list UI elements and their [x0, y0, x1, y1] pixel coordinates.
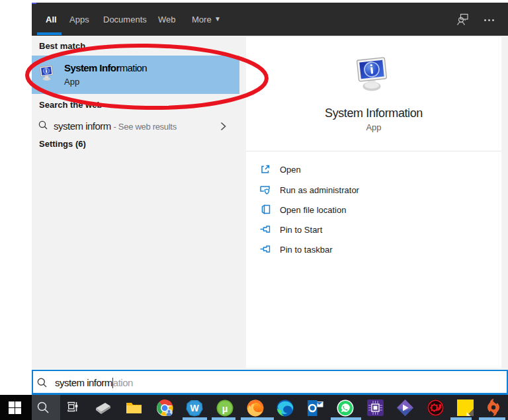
svg-text:W: W	[190, 403, 199, 413]
svg-text:µ: µ	[222, 403, 228, 414]
